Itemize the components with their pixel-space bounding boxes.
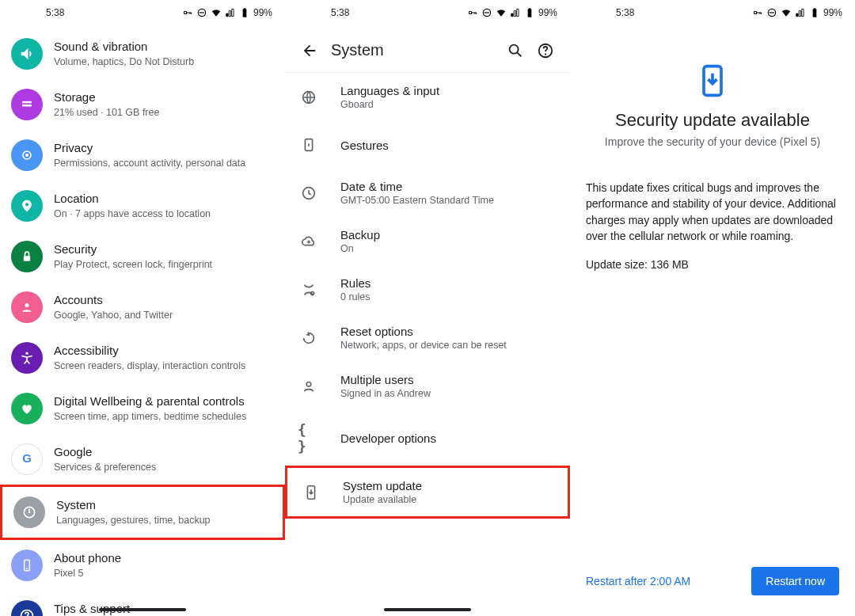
setting-title: Location: [54, 192, 272, 207]
update-hero: Security update available Improve the se…: [586, 63, 839, 148]
battery-pct: 99%: [253, 7, 272, 18]
settings-item-volume[interactable]: Sound & vibrationVolume, haptics, Do Not…: [0, 29, 285, 79]
setting-title: System: [56, 498, 270, 513]
setting-title: About phone: [54, 551, 272, 566]
status-icons: 99%: [182, 7, 272, 18]
search-icon: [507, 42, 524, 59]
system-item-braces[interactable]: { }Developer options: [285, 410, 570, 466]
system-text: Gestures: [340, 139, 389, 152]
settings-item-accessibility[interactable]: AccessibilityScreen readers, display, in…: [0, 333, 285, 383]
svg-point-18: [469, 11, 472, 14]
update-footer: Restart after 2:00 AM Restart now: [586, 556, 839, 616]
setting-title: Accessibility: [54, 344, 272, 359]
system-text: System updateUpdate available: [343, 479, 422, 505]
settings-item-security[interactable]: SecurityPlay Protect, screen lock, finge…: [0, 231, 285, 282]
system-title: Reset options: [340, 325, 507, 338]
rules-icon: [298, 281, 320, 298]
system-item-users[interactable]: Multiple usersSigned in as Andrew: [285, 362, 570, 410]
restart-after-button[interactable]: Restart after 2:00 AM: [586, 575, 690, 587]
setting-title: Security: [54, 242, 272, 257]
system-item-cloud[interactable]: BackupOn: [285, 217, 570, 265]
users-icon: [298, 378, 320, 395]
status-bar: 5:38 99%: [285, 0, 570, 25]
settings-item-tips[interactable]: Tips & supportHelp articles, phone & cha…: [0, 591, 285, 616]
system-text: Date & timeGMT-05:00 Eastern Standard Ti…: [340, 180, 494, 206]
svg-point-6: [25, 203, 28, 206]
settings-item-system[interactable]: SystemLanguages, gestures, time, backup: [0, 485, 285, 540]
svg-point-8: [25, 303, 29, 307]
settings-item-privacy[interactable]: PrivacyPermissions, account activity, pe…: [0, 130, 285, 181]
system-item-reset[interactable]: Reset optionsNetwork, apps, or device ca…: [285, 314, 570, 362]
restart-now-button[interactable]: Restart now: [751, 567, 839, 595]
back-button[interactable]: [294, 36, 325, 66]
settings-item-google[interactable]: GGoogleServices & preferences: [0, 434, 285, 485]
system-title: Languages & input: [340, 84, 439, 97]
arrow-left-icon: [301, 42, 318, 59]
system-text: Languages & inputGboard: [340, 84, 439, 110]
signal-icon: [225, 7, 236, 18]
status-bar: 5:38 99%: [570, 0, 855, 25]
signal-icon: [510, 7, 521, 18]
about-icon: [11, 549, 43, 581]
setting-sub: Google, Yahoo, and Twitter: [54, 310, 272, 322]
location-icon: [11, 190, 43, 222]
setting-title: Sound & vibration: [54, 40, 272, 55]
nav-home-pill[interactable]: [99, 608, 186, 611]
setting-sub: Volume, haptics, Do Not Disturb: [54, 56, 272, 69]
system-sub: On: [340, 243, 380, 254]
system-sub: 0 rules: [340, 291, 370, 302]
system-item-rules[interactable]: Rules0 rules: [285, 265, 570, 314]
settings-item-accounts[interactable]: AccountsGoogle, Yahoo, and Twitter: [0, 282, 285, 333]
search-button[interactable]: [500, 36, 530, 66]
settings-list[interactable]: Sound & vibrationVolume, haptics, Do Not…: [0, 25, 285, 616]
security-icon: [11, 241, 43, 272]
wifi-icon: [211, 7, 222, 18]
phone-download-icon: [695, 63, 730, 98]
svg-rect-13: [28, 509, 30, 512]
globe-icon: [298, 89, 320, 106]
tips-icon: [11, 600, 43, 616]
dnd-icon: [481, 7, 492, 18]
help-button[interactable]: [530, 36, 560, 66]
system-title: Developer options: [340, 432, 436, 445]
system-title: Date & time: [340, 180, 494, 193]
settings-item-wellbeing[interactable]: Digital Wellbeing & parental controlsScr…: [0, 383, 285, 434]
svg-point-5: [25, 154, 28, 157]
battery-pct: 99%: [538, 7, 557, 18]
gestures-icon: [298, 136, 320, 154]
key-icon: [182, 7, 193, 18]
setting-text: SystemLanguages, gestures, time, backup: [56, 498, 270, 527]
system-item-gestures[interactable]: Gestures: [285, 121, 570, 169]
google-icon: G: [11, 443, 43, 475]
system-title: System update: [343, 479, 422, 492]
dnd-icon: [196, 7, 207, 18]
system-sub: Update available: [343, 494, 422, 505]
system-sub: Signed in as Andrew: [340, 388, 431, 399]
settings-item-storage[interactable]: Storage21% used · 101 GB free: [0, 79, 285, 130]
system-list[interactable]: Languages & inputGboardGesturesDate & ti…: [285, 73, 570, 519]
setting-sub: Services & preferences: [54, 462, 272, 474]
volume-icon: [11, 38, 43, 70]
settings-item-location[interactable]: LocationOn · 7 apps have access to locat…: [0, 181, 285, 231]
system-item-globe[interactable]: Languages & inputGboard: [285, 73, 570, 121]
svg-point-22: [545, 53, 546, 55]
system-item-update[interactable]: System updateUpdate available: [285, 466, 570, 519]
phone-system: 5:38 99% System Languages & in: [285, 0, 570, 616]
storage-icon: [11, 89, 43, 120]
nav-home-pill[interactable]: [384, 608, 471, 611]
system-text: Reset optionsNetwork, apps, or device ca…: [340, 325, 507, 351]
status-bar: 5:38 99%: [0, 0, 285, 25]
update-body: This update fixes critical bugs and impr…: [586, 180, 839, 244]
svg-point-20: [510, 44, 519, 53]
system-item-clock[interactable]: Date & timeGMT-05:00 Eastern Standard Ti…: [285, 169, 570, 217]
setting-title: Digital Wellbeing & parental controls: [54, 394, 272, 409]
setting-text: PrivacyPermissions, account activity, pe…: [54, 141, 272, 169]
settings-item-about[interactable]: About phonePixel 5: [0, 540, 285, 591]
privacy-icon: [11, 139, 43, 171]
page-title: System: [331, 41, 500, 59]
system-text: Rules0 rules: [340, 276, 370, 302]
svg-point-9: [25, 352, 28, 355]
battery-icon: [239, 7, 250, 18]
help-icon: [537, 42, 554, 59]
system-title: Rules: [340, 276, 370, 290]
